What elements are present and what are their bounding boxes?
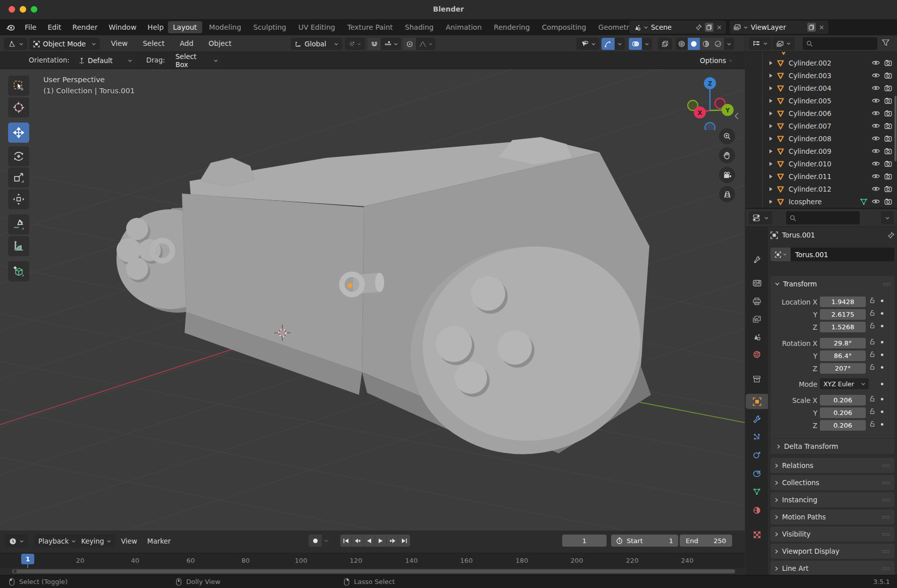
menu-edit[interactable]: Edit <box>42 23 67 31</box>
tool-annotate[interactable] <box>8 214 29 234</box>
outliner-row[interactable]: Cylinder.002 <box>746 56 897 69</box>
hide-eye-icon[interactable] <box>872 110 880 116</box>
tab-shading[interactable]: Shading <box>400 21 439 33</box>
hide-eye-icon[interactable] <box>872 98 880 103</box>
animate-dot[interactable] <box>881 325 883 327</box>
section-relations[interactable]: Relations <box>770 458 894 473</box>
lock-open-icon[interactable] <box>869 364 875 370</box>
object-name-input[interactable]: Torus.001 <box>791 248 894 261</box>
camera-view-button[interactable] <box>719 167 735 183</box>
previous-keyframe-button[interactable] <box>352 535 364 547</box>
hide-eye-icon[interactable] <box>872 161 880 166</box>
sidebar-collapse-icon[interactable] <box>734 112 739 120</box>
tool-rotate[interactable] <box>8 146 29 166</box>
menu-render[interactable]: Render <box>67 23 103 31</box>
lock-open-icon[interactable] <box>869 408 875 415</box>
panel-grip-icon[interactable] <box>882 481 890 485</box>
tool-measure[interactable] <box>8 236 29 256</box>
auto-key-dropdown[interactable] <box>322 535 331 547</box>
menu-file[interactable]: File <box>19 23 42 31</box>
render-camera-icon[interactable] <box>884 135 892 142</box>
hide-eye-icon[interactable] <box>872 85 880 91</box>
render-camera-icon[interactable] <box>884 186 892 192</box>
location-z-field[interactable]: 1.5268 <box>820 322 866 332</box>
expand-icon[interactable] <box>769 86 772 90</box>
orientation-default-dropdown[interactable]: Default <box>75 54 136 67</box>
render-camera-icon[interactable] <box>884 198 892 205</box>
section-instancing[interactable]: Instancing <box>770 492 894 507</box>
tab-physics[interactable] <box>746 447 768 462</box>
editor-type-button[interactable] <box>4 38 27 50</box>
show-overlays-toggle[interactable] <box>629 38 642 50</box>
expand-icon[interactable] <box>769 74 772 78</box>
tab-uv-editing[interactable]: UV Editing <box>293 21 340 33</box>
end-frame-field[interactable]: End 250 <box>680 535 732 547</box>
hide-eye-icon[interactable] <box>872 199 880 204</box>
playback-menu[interactable]: Playback <box>34 535 80 548</box>
tab-modeling[interactable]: Modeling <box>204 21 247 33</box>
properties-search-input[interactable] <box>786 211 860 224</box>
snap-magnet-toggle[interactable] <box>368 38 381 50</box>
new-scene-button[interactable] <box>705 23 713 32</box>
current-frame-field[interactable]: 1 <box>562 535 607 547</box>
breadcrumb-object-name[interactable]: Torus.001 <box>782 231 884 239</box>
render-camera-icon[interactable] <box>884 85 892 91</box>
outliner-row[interactable]: Cylinder.007 <box>746 120 897 132</box>
render-camera-icon[interactable] <box>884 72 892 79</box>
outliner-row[interactable]: Cylinder.011 <box>746 170 897 183</box>
shading-dropdown[interactable] <box>724 38 734 50</box>
render-camera-icon[interactable] <box>884 173 892 180</box>
shading-material-button[interactable] <box>700 38 712 50</box>
axis-neg-z-ball[interactable] <box>705 123 715 130</box>
drag-mode-dropdown[interactable]: Select Box <box>171 54 222 67</box>
show-gizmo-toggle[interactable] <box>602 38 615 50</box>
transform-panel-header[interactable]: Transform <box>775 280 891 288</box>
proportional-falloff-dropdown[interactable] <box>416 38 435 50</box>
section-viewport-display[interactable]: Viewport Display <box>770 544 894 559</box>
hide-eye-icon[interactable] <box>872 123 880 129</box>
animate-dot[interactable] <box>881 366 883 369</box>
properties-options-button[interactable] <box>881 211 894 224</box>
scale-z-field[interactable]: 0.206 <box>820 420 866 431</box>
render-camera-icon[interactable] <box>884 148 892 154</box>
animate-dot[interactable] <box>881 398 883 400</box>
hide-eye-icon[interactable] <box>872 73 880 78</box>
expand-icon[interactable] <box>769 124 772 128</box>
tab-animation[interactable]: Animation <box>441 21 487 33</box>
scene-selector[interactable]: Scene ✕ <box>629 21 726 34</box>
shading-rendered-button[interactable] <box>712 38 724 50</box>
menu-view[interactable]: View <box>109 39 130 47</box>
animate-dot[interactable] <box>881 383 883 385</box>
zoom-view-button[interactable] <box>719 128 735 144</box>
render-camera-icon[interactable] <box>884 97 892 104</box>
filter-icon[interactable] <box>882 39 889 46</box>
rotation-mode-dropdown[interactable]: XYZ Euler <box>820 378 869 389</box>
play-reverse-button[interactable] <box>364 535 375 547</box>
next-keyframe-button[interactable] <box>387 535 398 547</box>
show-object-types-dropdown[interactable] <box>576 38 600 50</box>
render-camera-icon[interactable] <box>884 123 892 129</box>
keying-menu[interactable]: Keying <box>77 535 115 548</box>
playhead-badge[interactable]: 1 <box>21 554 34 564</box>
tab-sculpting[interactable]: Sculpting <box>248 21 291 33</box>
tab-world[interactable] <box>746 347 768 362</box>
jump-to-end-button[interactable] <box>398 535 410 547</box>
remove-viewlayer-icon[interactable]: ✕ <box>819 24 824 31</box>
lock-open-icon[interactable] <box>869 395 875 402</box>
tool-scale[interactable] <box>8 167 29 188</box>
lock-open-icon[interactable] <box>869 351 875 358</box>
scale-y-field[interactable]: 0.206 <box>820 407 866 418</box>
section-motion-paths[interactable]: Motion Paths <box>770 509 894 524</box>
tool-select-box[interactable] <box>8 76 29 96</box>
panel-grip-icon[interactable] <box>882 567 890 570</box>
expand-icon[interactable] <box>769 61 772 65</box>
overlays-dropdown[interactable] <box>642 38 652 50</box>
timeline-marker-menu[interactable]: Marker <box>147 537 171 545</box>
tab-texture-paint[interactable]: Texture Paint <box>342 21 398 33</box>
pivot-point-dropdown[interactable] <box>345 38 365 50</box>
menu-add[interactable]: Add <box>177 39 195 47</box>
hide-eye-icon[interactable] <box>872 186 880 192</box>
rotation-x-field[interactable]: 29.8° <box>820 338 866 348</box>
outliner-scrollbar[interactable] <box>894 96 896 161</box>
hide-eye-icon[interactable] <box>872 60 880 66</box>
